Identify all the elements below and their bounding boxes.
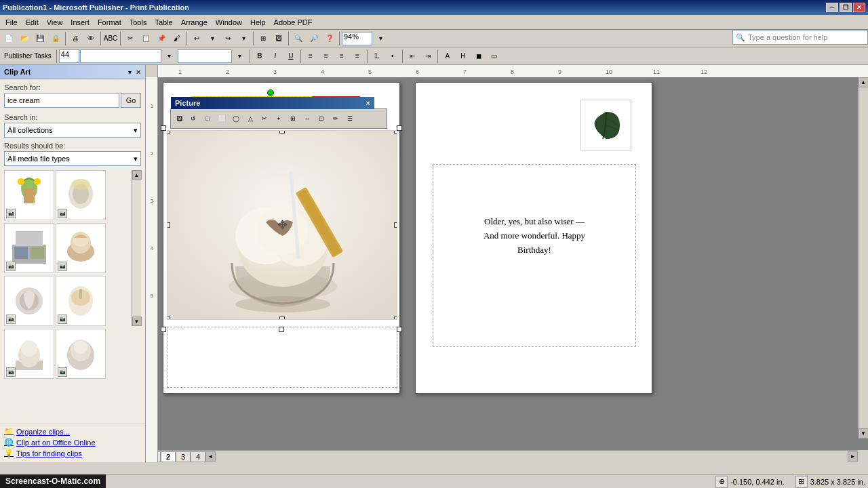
results-dropdown[interactable]: All media file types ▾ [4,151,141,166]
menu-view[interactable]: View [43,17,67,28]
office-online-link[interactable]: 🌐 Clip art on Office Online [4,438,141,447]
align-center[interactable]: ≡ [319,49,334,64]
handle-ml[interactable] [167,222,170,228]
menu-arrange[interactable]: Arrange [177,17,212,28]
menu-insert[interactable]: Insert [66,17,94,28]
paste-button[interactable]: 📌 [154,31,169,46]
handle-tl[interactable] [167,130,170,134]
pic-btn-2[interactable]: ↺ [186,111,200,126]
help-btn[interactable]: ❓ [322,31,337,46]
search-input[interactable] [4,93,119,108]
font-name-input[interactable] [80,49,161,63]
align-left[interactable]: ≡ [303,49,318,64]
pic-btn-11[interactable]: ⊡ [315,111,328,126]
menu-adobe[interactable]: Adobe PDF [270,17,317,28]
handle-bm[interactable] [279,317,285,320]
clip-item-6[interactable]: 📷 [56,276,106,326]
redo-button[interactable]: ↪ [220,31,235,46]
save-button[interactable]: 💾 [33,31,47,46]
minimize-button[interactable]: ─ [826,3,838,12]
handle-mr[interactable] [394,222,397,228]
tips-link[interactable]: 💡 Tips for finding clips [4,449,141,458]
window-controls[interactable]: ─ ❐ ✕ [826,3,865,12]
undo-dropdown[interactable]: ▾ [205,31,220,46]
hscroll-right[interactable]: ► [848,451,858,462]
frame-handle-br[interactable] [397,327,402,332]
organize-clips-link[interactable]: 📁 Organize clips... [4,427,141,436]
pic-btn-1[interactable]: 🖼 [172,111,186,126]
line-color[interactable]: ▭ [487,49,502,64]
close-button[interactable]: ✕ [853,3,865,12]
pic-btn-3[interactable]: □ [201,111,214,126]
numbering[interactable]: 1. [370,49,384,64]
italic-button[interactable]: I [268,49,283,64]
go-button[interactable]: Go [121,93,141,108]
fill-color[interactable]: ◼ [471,49,486,64]
zoom-dropdown[interactable]: ▾ [373,31,388,46]
picture-toolbar-title[interactable]: Picture × [171,97,374,109]
clip-item-1[interactable]: 📷 [4,170,54,220]
help-search-box[interactable]: 🔍 Type a question for help [732,30,868,45]
hscroll-left[interactable]: ◄ [205,451,216,462]
clip-item-8[interactable]: 📷 [56,329,106,379]
clip-item-4[interactable]: 📷 [56,223,106,273]
redo-dropdown[interactable]: ▾ [236,31,251,46]
permission-button[interactable]: 🔒 [48,31,63,46]
justify[interactable]: ≡ [350,49,365,64]
picture-toolbar-close[interactable]: × [366,99,370,107]
pic-btn-12[interactable]: ✏ [329,111,342,126]
style-dropdown[interactable]: ▾ [233,49,248,64]
undo-button[interactable]: ↩ [189,31,204,46]
vscroll-down[interactable]: ▼ [859,428,869,439]
format-painter[interactable]: 🖌 [170,31,184,46]
scroll-up[interactable]: ▲ [132,170,142,180]
handle-br[interactable] [394,317,397,320]
rotation-handle[interactable] [267,89,274,96]
menu-tools[interactable]: Tools [125,17,151,28]
search-in-dropdown[interactable]: All collections ▾ [4,123,141,138]
open-button[interactable]: 📂 [17,31,32,46]
handle-tm[interactable] [279,130,285,134]
pic-btn-13[interactable]: ☰ [343,111,357,126]
page-tab-2[interactable]: 2 [161,451,176,462]
clip-item-3[interactable]: 📷 [4,223,54,273]
hscroll-track[interactable]: ◄ ► [205,451,858,462]
spell-button[interactable]: ABC [103,31,118,46]
panel-close-button[interactable]: ✕ [136,68,141,76]
underline-button[interactable]: U [283,49,298,64]
print-button[interactable]: 🖨 [68,31,83,46]
pic-btn-4[interactable]: ⬜ [215,111,229,126]
pic-btn-5[interactable]: ◯ [229,111,243,126]
align-right[interactable]: ≡ [334,49,349,64]
clip-item-5[interactable]: 📷 [4,276,54,326]
bold-button[interactable]: B [252,49,267,64]
frame-handle-l[interactable] [161,125,166,131]
restore-button[interactable]: ❐ [840,3,852,12]
vscroll-up[interactable]: ▲ [859,77,869,87]
menu-window[interactable]: Window [212,17,246,28]
cut-button[interactable]: ✂ [123,31,138,46]
pic-btn-6[interactable]: △ [243,111,257,126]
pic-btn-8[interactable]: + [272,111,285,126]
frame-handle-bl[interactable] [161,327,166,332]
insert-picture[interactable]: 🖼 [271,31,286,46]
scroll-down[interactable]: ▼ [132,317,142,326]
copy-button[interactable]: 📋 [138,31,153,46]
clip-item-7[interactable]: 📷 [4,329,54,379]
page-tab-3[interactable]: 3 [176,451,191,462]
font-style-input[interactable] [178,49,232,63]
clip-item-2[interactable]: 📷 [56,170,106,220]
panel-options-button[interactable]: ▾ [128,68,132,76]
frame-handle-bm[interactable] [279,327,284,332]
zoom-out[interactable]: 🔍 [291,31,306,46]
menu-help[interactable]: Help [246,17,270,28]
font-size-input[interactable]: 44 [59,49,79,63]
panel-controls[interactable]: ▾ ✕ [128,68,141,76]
menu-edit[interactable]: Edit [22,17,43,28]
pic-btn-9[interactable]: ⊞ [286,111,300,126]
pic-btn-10[interactable]: ↔ [300,111,314,126]
menu-file[interactable]: File [1,17,22,28]
frame-handle-r[interactable] [397,125,402,131]
page-tab-4[interactable]: 4 [191,451,205,462]
increase-indent[interactable]: ⇥ [420,49,435,64]
